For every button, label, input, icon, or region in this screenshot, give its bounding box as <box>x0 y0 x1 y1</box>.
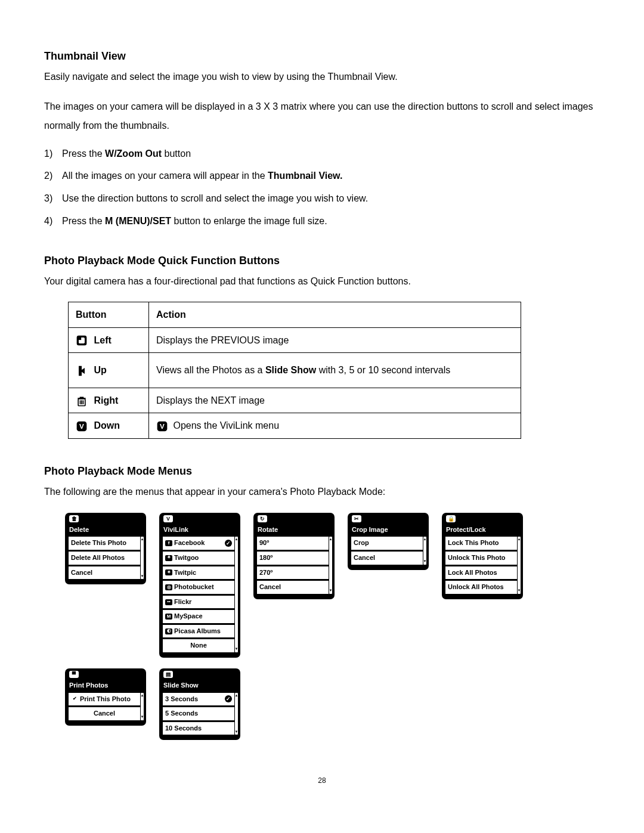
menu-item: 270º <box>256 566 329 580</box>
menu-item: None <box>162 639 235 653</box>
menu-title: ViviLink <box>160 525 240 537</box>
menu-vivilink: V ViviLink fFacebook✓ ✦Twitgoo ✦Twitpic … <box>160 513 240 657</box>
twitgoo-icon: ✦ <box>165 555 172 561</box>
page-number: 28 <box>44 775 600 786</box>
scrollbar: ▲▼ <box>423 536 427 565</box>
menu-row-2: ▀ Print Photos ✔Print This Photo Cancel … <box>66 669 600 739</box>
flickr-icon: •• <box>165 599 172 605</box>
menu-print: ▀ Print Photos ✔Print This Photo Cancel … <box>66 669 145 725</box>
quick-function-table: Button Action Left Displays the PREVIOUS… <box>68 302 521 439</box>
paragraph: Your digital camera has a four-direction… <box>44 272 600 291</box>
table-row: Up Views all the Photos as a Slide Show … <box>69 353 521 388</box>
heading-thumbnail-view: Thumbnail View <box>44 48 600 65</box>
check-icon: ✓ <box>225 695 232 702</box>
facebook-icon: f <box>165 540 172 546</box>
step-text: All the images on your camera will appea… <box>62 168 600 184</box>
slideshow-icon <box>76 365 88 377</box>
menu-item: 90º <box>256 536 329 550</box>
scrollbar: ▲▼ <box>140 536 144 580</box>
table-row: Right Displays the NEXT image <box>69 388 521 413</box>
button-label: Down <box>94 420 120 431</box>
menu-title: Slide Show <box>160 680 240 692</box>
menu-item: Cancel <box>256 580 329 594</box>
menu-protect: 🔒 Protect/Lock Lock This Photo Unlock Th… <box>442 513 522 599</box>
vivilink-icon: V <box>156 420 168 432</box>
scrollbar: ▲▼ <box>234 692 239 736</box>
menu-item: ✦Twitgoo <box>162 551 235 565</box>
menu-rotate: ↻ Rotate 90º 180º 270º Cancel ▲▼ <box>254 513 334 599</box>
menu-item: ••Flickr <box>162 595 235 609</box>
menu-item: Unlock All Photos <box>445 580 518 594</box>
step-number: 2) <box>44 168 62 184</box>
step-number: 1) <box>44 146 62 162</box>
print-icon: ✔ <box>71 696 78 702</box>
menu-item: Cancel <box>68 566 141 580</box>
menu-item: ✦Twitpic <box>162 566 235 580</box>
paragraph: The images on your camera will be displa… <box>44 97 600 135</box>
picasa-icon: ◐ <box>165 628 172 634</box>
table-row: Left Displays the PREVIOUS image <box>69 327 521 353</box>
menu-item: MMySpace <box>162 609 235 624</box>
step-2: 2) All the images on your camera will ap… <box>44 168 600 184</box>
action-text: Displays the NEXT image <box>149 388 521 413</box>
paragraph: The following are the menus that appear … <box>44 482 600 501</box>
menu-item: ◐Picasa Albums <box>162 624 235 639</box>
menu-item: Unlock This Photo <box>445 551 518 565</box>
print-icon: ▀ <box>69 671 79 678</box>
menu-title: Rotate <box>254 525 334 537</box>
scrollbar: ▲▼ <box>517 536 521 594</box>
rotate-icon: ↻ <box>258 515 267 522</box>
button-label: Up <box>94 365 106 375</box>
menu-title: Delete <box>66 525 145 537</box>
twitpic-icon: ✦ <box>165 569 172 575</box>
scrollbar: ▲▼ <box>140 692 144 721</box>
step-text: Press the M (MENU)/SET button to enlarge… <box>62 213 600 229</box>
menu-item: fFacebook✓ <box>162 536 235 550</box>
menu-item: Cancel <box>68 707 141 721</box>
scrollbar: ▲▼ <box>329 536 333 594</box>
menu-item: 3 Seconds✓ <box>162 692 235 707</box>
steps-list: 1) Press the W/Zoom Out button 2) All th… <box>44 146 600 228</box>
action-text: Views all the Photos as a Slide Show wit… <box>149 353 521 388</box>
delete-icon <box>76 395 88 407</box>
step-3: 3) Use the direction buttons to scroll a… <box>44 191 600 206</box>
menu-title: Crop Image <box>348 525 428 537</box>
vivilink-icon: V <box>76 420 88 432</box>
menu-item: Cancel <box>351 551 423 565</box>
check-icon: ✓ <box>225 540 232 547</box>
menu-row-1: 🗑 Delete Delete This Photo Delete All Ph… <box>66 513 600 657</box>
delete-icon: 🗑 <box>69 515 79 522</box>
crop-icon: ✂ <box>352 515 361 522</box>
menu-title: Protect/Lock <box>442 525 522 537</box>
heading-playback-menus: Photo Playback Mode Menus <box>44 463 600 480</box>
menu-item: 180º <box>256 551 329 565</box>
step-number: 3) <box>44 191 62 206</box>
menu-item: Crop <box>351 536 423 550</box>
table-row: V Down V Opens the ViviLink menu <box>69 413 521 439</box>
photobucket-icon: ◎ <box>165 584 172 590</box>
myspace-icon: M <box>165 614 172 620</box>
menu-title: Print Photos <box>66 680 145 692</box>
menu-item: 10 Seconds <box>162 721 235 736</box>
menu-item: 5 Seconds <box>162 707 235 721</box>
heading-quick-function-buttons: Photo Playback Mode Quick Function Butto… <box>44 252 600 270</box>
paragraph: Easily navigate and select the image you… <box>44 67 600 86</box>
scrollbar: ▲▼ <box>234 536 239 653</box>
step-1: 1) Press the W/Zoom Out button <box>44 146 600 162</box>
table-header-action: Action <box>149 302 521 327</box>
menu-item: Delete All Photos <box>68 551 141 565</box>
svg-rect-2 <box>79 337 81 340</box>
menu-item: ✔Print This Photo <box>68 692 141 707</box>
action-text: V Opens the ViviLink menu <box>149 413 521 439</box>
button-label: Right <box>94 395 118 405</box>
menu-item: ◎Photobucket <box>162 580 235 594</box>
slideshow-icon: ▤ <box>163 671 173 678</box>
previous-icon <box>76 335 88 346</box>
menu-item: Delete This Photo <box>68 536 141 550</box>
lock-icon: 🔒 <box>446 515 456 522</box>
menu-slideshow: ▤ Slide Show 3 Seconds✓ 5 Seconds 10 Sec… <box>160 669 240 739</box>
menu-item: Lock All Photos <box>445 566 518 580</box>
menu-item: Lock This Photo <box>445 536 518 550</box>
step-4: 4) Press the M (MENU)/SET button to enla… <box>44 213 600 229</box>
table-header-button: Button <box>69 302 149 327</box>
